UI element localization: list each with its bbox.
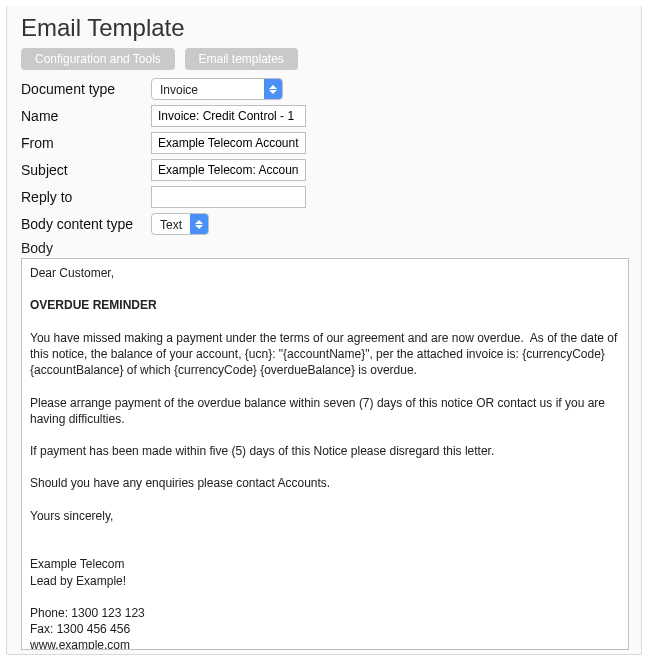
body-textarea[interactable]: Dear Customer, OVERDUE REMINDER You have… xyxy=(21,258,629,650)
tab-email-templates[interactable]: Email templates xyxy=(185,48,298,70)
label-reply-to: Reply to xyxy=(21,189,151,205)
name-input[interactable] xyxy=(151,105,306,127)
subject-input[interactable] xyxy=(151,159,306,181)
document-type-value: Invoice xyxy=(152,79,264,99)
label-document-type: Document type xyxy=(21,81,151,97)
email-template-panel: Email Template Configuration and Tools E… xyxy=(6,6,642,655)
chevron-updown-icon xyxy=(264,79,282,99)
label-subject: Subject xyxy=(21,162,151,178)
reply-to-input[interactable] xyxy=(151,186,306,208)
tab-config[interactable]: Configuration and Tools xyxy=(21,48,175,70)
body-content-type-value: Text xyxy=(152,214,190,234)
from-input[interactable] xyxy=(151,132,306,154)
tab-bar: Configuration and Tools Email templates xyxy=(21,48,631,70)
label-body-content-type: Body content type xyxy=(21,216,151,232)
label-from: From xyxy=(21,135,151,151)
label-body: Body xyxy=(21,240,631,256)
page-title: Email Template xyxy=(21,14,631,42)
document-type-select[interactable]: Invoice xyxy=(151,78,283,100)
label-name: Name xyxy=(21,108,151,124)
chevron-updown-icon xyxy=(190,214,208,234)
body-content-type-select[interactable]: Text xyxy=(151,213,209,235)
